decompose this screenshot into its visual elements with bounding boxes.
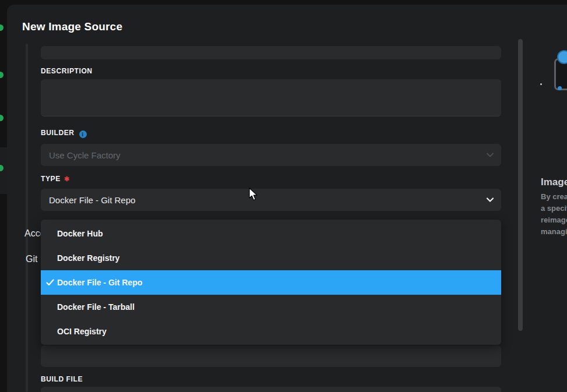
type-dropdown-menu: Docker Hub Docker Registry Docker File -… [41, 220, 501, 345]
repo-url-input[interactable] [41, 345, 501, 367]
chevron-down-icon [485, 150, 495, 160]
chevron-down-icon [485, 195, 495, 205]
menu-item-docker-hub[interactable]: Docker Hub [41, 221, 501, 246]
menu-item-label: Docker File - Git Repo [57, 278, 142, 287]
menu-item-oci-registry[interactable]: OCI Registry [41, 319, 501, 344]
menu-item-docker-file-tarball[interactable]: Docker File - Tarball [41, 295, 501, 319]
name-input-partial[interactable] [41, 46, 501, 59]
dialog-title: New Image Source [22, 20, 122, 33]
blue-dot-icon [558, 86, 562, 90]
builder-select[interactable]: Use Cycle Factory [41, 144, 501, 166]
menu-item-docker-registry[interactable]: Docker Registry [41, 246, 501, 270]
info-side-panel: Image By creat a specif reimage managi [527, 5, 567, 392]
type-select[interactable]: Docker File - Git Repo [41, 189, 501, 211]
check-icon [45, 278, 55, 287]
panel-description-line: By creat [541, 191, 567, 203]
type-select-value: Docker File - Git Repo [49, 195, 135, 205]
panel-description-line: managi [541, 226, 567, 238]
build-file-label: BUILD FILE [41, 375, 83, 383]
backdrop [0, 0, 7, 392]
panel-description: By creat a specif reimage managi [541, 191, 567, 238]
menu-item-docker-file-git-repo[interactable]: Docker File - Git Repo [41, 270, 501, 295]
builder-select-value: Use Cycle Factory [49, 150, 121, 160]
sphere-illustration-icon [557, 50, 567, 64]
builder-label: BUILDERi [41, 129, 87, 138]
info-icon[interactable]: i [79, 130, 87, 138]
type-label: TYPE✱ [41, 175, 70, 183]
description-textarea[interactable] [41, 79, 501, 116]
panel-description-line: reimage [541, 214, 567, 226]
new-image-source-dialog: New Image Source DESCRIPTION BUILDERi Us… [7, 5, 567, 392]
git-section-label: Git [26, 254, 37, 264]
panel-description-line: a specif [541, 203, 567, 214]
content-divider [26, 44, 28, 392]
panel-heading: Image [541, 176, 567, 188]
required-asterisk-icon: ✱ [64, 175, 70, 182]
build-file-input[interactable] [41, 387, 501, 392]
description-label: DESCRIPTION [41, 67, 93, 75]
white-dot-icon [540, 83, 542, 85]
scrollbar-thumb[interactable] [518, 39, 523, 331]
